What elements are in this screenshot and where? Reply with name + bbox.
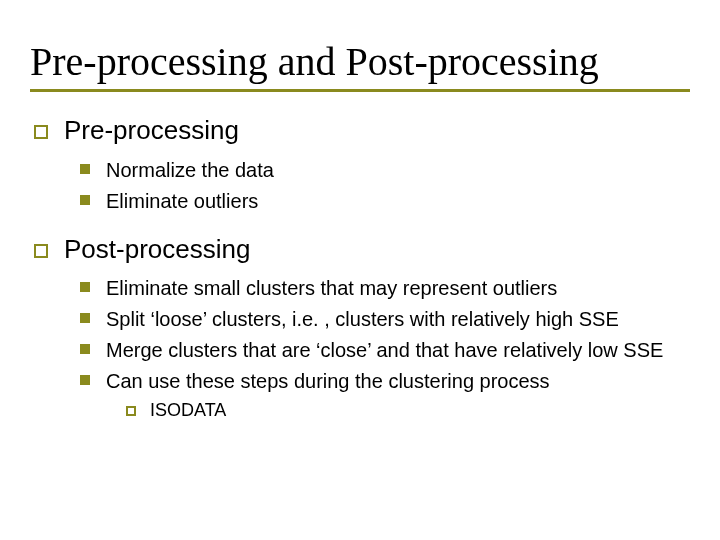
sub-list-item: ISODATA: [126, 399, 690, 422]
section-heading-text: Pre-processing: [64, 114, 239, 147]
section-heading: Post-processing: [34, 233, 690, 266]
sub-list-item-text: ISODATA: [150, 399, 226, 422]
square-open-icon: [34, 125, 48, 139]
slide-body: Pre-processing Normalize the data Elimin…: [30, 114, 690, 422]
title-rule: [30, 89, 690, 92]
sub-items: ISODATA: [126, 399, 690, 422]
square-open-icon: [126, 406, 136, 416]
list-item: Can use these steps during the clusterin…: [80, 368, 690, 395]
slide: Pre-processing and Post-processing Pre-p…: [0, 0, 720, 540]
square-solid-icon: [80, 282, 90, 292]
square-solid-icon: [80, 344, 90, 354]
list-item: Eliminate small clusters that may repres…: [80, 275, 690, 302]
section-heading-text: Post-processing: [64, 233, 250, 266]
list-item: Split ‘loose’ clusters, i.e. , clusters …: [80, 306, 690, 333]
list-item-text: Eliminate small clusters that may repres…: [106, 275, 557, 302]
list-item: Eliminate outliers: [80, 188, 690, 215]
square-open-icon: [34, 244, 48, 258]
list-item-text: Eliminate outliers: [106, 188, 258, 215]
list-item: Merge clusters that are ‘close’ and that…: [80, 337, 690, 364]
square-solid-icon: [80, 164, 90, 174]
square-solid-icon: [80, 313, 90, 323]
list-item-text: Can use these steps during the clusterin…: [106, 368, 550, 395]
list-item-text: Normalize the data: [106, 157, 274, 184]
square-solid-icon: [80, 195, 90, 205]
list-item-text: Merge clusters that are ‘close’ and that…: [106, 337, 663, 364]
section-heading: Pre-processing: [34, 114, 690, 147]
slide-title: Pre-processing and Post-processing: [30, 38, 690, 85]
list-item: Normalize the data: [80, 157, 690, 184]
list-item-text: Split ‘loose’ clusters, i.e. , clusters …: [106, 306, 619, 333]
section-items: Normalize the data Eliminate outliers: [80, 157, 690, 215]
section-items: Eliminate small clusters that may repres…: [80, 275, 690, 422]
square-solid-icon: [80, 375, 90, 385]
